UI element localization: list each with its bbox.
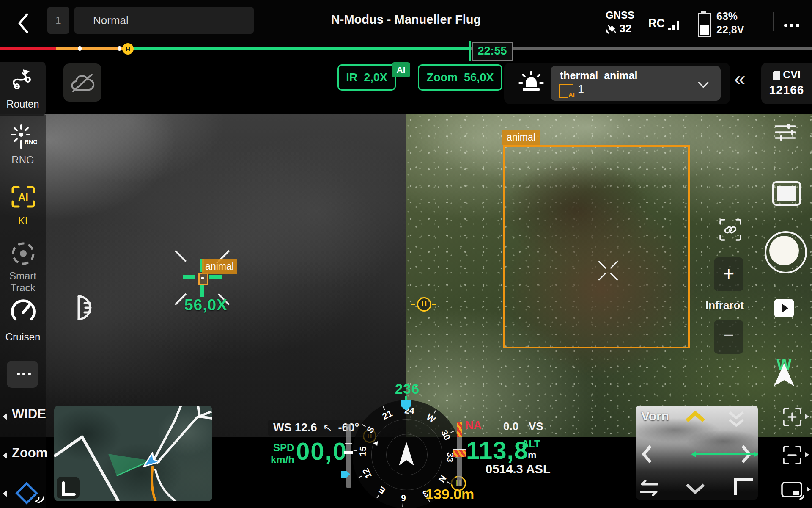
compass-point-21: 21 xyxy=(381,409,394,422)
cloud-off-button[interactable] xyxy=(63,64,102,102)
sidebar-label-cruisen: Cruisen xyxy=(0,331,46,343)
pan-left-chevron-icon[interactable] xyxy=(641,444,653,464)
minimap[interactable] xyxy=(54,406,212,501)
zoom-select-triangle-icon xyxy=(3,452,7,459)
pan-line-tick xyxy=(716,452,716,456)
cruise-speedometer-icon xyxy=(10,298,36,324)
altitude-unit: m xyxy=(528,450,536,461)
detection-model-name: thermal_animal xyxy=(560,69,637,82)
spotlight-icon[interactable] xyxy=(66,293,98,323)
tracking-crosshair-left xyxy=(183,275,195,279)
topbar-divider xyxy=(773,12,774,31)
collapse-panel-chevrons[interactable]: « xyxy=(734,67,746,90)
vs-label: VS xyxy=(529,420,543,433)
compass-point-30: 30 xyxy=(439,428,453,442)
rgb-detection-label: animal xyxy=(502,130,540,145)
fpv-preview-panel[interactable]: Vorn xyxy=(636,406,758,500)
north-arrow-icon[interactable] xyxy=(772,362,796,387)
spd-unit: km/h xyxy=(271,454,294,466)
sound-arc-icon xyxy=(34,492,45,503)
wind-direction-arrow-icon: ↖ xyxy=(322,421,333,435)
rng-icon-text: RNG xyxy=(25,138,37,145)
home-distance-value: 139.0m xyxy=(425,486,474,502)
satellite-icon xyxy=(606,24,617,35)
gimbal-up-chevron-icon[interactable] xyxy=(685,411,705,422)
altitude-marker-stripes xyxy=(453,449,466,457)
animal-bounding-box[interactable] xyxy=(503,145,690,348)
zoom-level-button[interactable]: Zoom 56,0X xyxy=(418,64,502,91)
thermal-detection-label: animal xyxy=(202,259,237,274)
chevron-down-icon xyxy=(698,77,708,88)
timeline-waypoint-dot xyxy=(78,46,82,51)
corner-frame-icon[interactable] xyxy=(734,478,753,495)
timeline-gray-segment xyxy=(471,47,812,50)
sidebar-item-rng[interactable]: RNG RNG xyxy=(0,124,46,170)
tracking-crosshair-right xyxy=(209,275,222,279)
smart-track-label-1: Smart xyxy=(9,270,36,282)
ai-brackets-text: AI xyxy=(568,91,575,98)
gnss-status[interactable]: GNSS 32 xyxy=(606,9,634,35)
zoom-in-button[interactable]: + xyxy=(714,257,743,291)
compass-point-15: 15 xyxy=(357,446,368,456)
fpv-title: Vorn xyxy=(641,409,669,423)
shutter-button[interactable] xyxy=(765,231,807,273)
asl-value: 0514.3 ASL xyxy=(486,462,551,476)
ir-zoom-button[interactable]: IR 2,0X xyxy=(337,64,396,91)
compass-tick xyxy=(354,450,357,451)
battery-percent: 63% xyxy=(716,10,738,22)
collapse-minus-brackets-icon[interactable] xyxy=(782,445,802,465)
ir-ai-badge: AI xyxy=(392,62,410,77)
routen-label: Routen xyxy=(0,98,46,110)
camera-mode-wide[interactable]: WIDE xyxy=(12,406,46,422)
flight-mode-title: N-Modus - Manueller Flug xyxy=(331,13,481,27)
picture-in-picture-icon[interactable] xyxy=(781,480,804,503)
timeline-green-segment xyxy=(128,47,471,50)
rc-signal-status[interactable]: RC xyxy=(648,17,679,30)
camera-mode-zoom[interactable]: Zoom xyxy=(12,445,47,461)
sidebar-item-smart-track[interactable]: Smart Track xyxy=(0,240,46,295)
altitude-value: 113,8 xyxy=(466,436,528,464)
ai-brackets-yellow-icon: AI xyxy=(11,185,36,208)
playback-button[interactable] xyxy=(774,299,794,318)
siren-alert-icon[interactable] xyxy=(518,70,545,97)
remaining-time-badge: 22:55 xyxy=(472,42,513,61)
compass-tick xyxy=(376,495,379,499)
camera-settings-sliders-icon[interactable] xyxy=(775,123,796,141)
timeline-playhead[interactable] xyxy=(469,41,471,61)
battery-status[interactable]: 63% 22,8V xyxy=(698,10,711,35)
compass-tick xyxy=(433,410,436,414)
home-point-marker: H xyxy=(417,297,431,312)
expand-plus-brackets-icon[interactable] xyxy=(782,407,802,427)
rng-rangefinder-icon: RNG xyxy=(10,124,37,150)
swap-view-icon[interactable] xyxy=(640,480,658,496)
more-menu-ellipsis-icon[interactable] xyxy=(782,21,799,29)
timeline-home-marker[interactable]: H xyxy=(122,43,134,55)
cvi-status-box[interactable]: CVI 12166 xyxy=(761,63,812,104)
zoom-out-button[interactable]: − xyxy=(714,320,743,354)
route-icon xyxy=(11,68,35,91)
altitude-limit-stripes xyxy=(457,422,462,437)
timeline-waypoint-dot xyxy=(118,46,121,51)
speed-slider-track[interactable] xyxy=(346,424,351,488)
sidebar-more-ellipsis-button[interactable] xyxy=(7,361,38,388)
link-track-brackets-icon[interactable] xyxy=(719,218,742,241)
double-chevron-down-icon[interactable] xyxy=(727,410,745,428)
wind-speed: WS 12.6 xyxy=(273,421,317,434)
routen-button[interactable]: Routen xyxy=(0,62,46,116)
aircraft-arrow-icon xyxy=(398,441,415,467)
sd-card-icon xyxy=(773,71,780,80)
infrared-label: Infrarot xyxy=(705,299,744,312)
detection-model-dropdown[interactable]: thermal_animal AI 1 xyxy=(551,66,721,101)
gnss-count: 32 xyxy=(619,22,631,35)
sidebar-item-ki[interactable]: AI KI xyxy=(0,185,46,232)
compass-point-W: W xyxy=(425,411,437,425)
sidebar-item-cruisen[interactable]: Cruisen xyxy=(0,297,46,346)
page-number-box[interactable]: 1 xyxy=(47,7,69,34)
mode-selector[interactable]: Normal xyxy=(74,7,254,34)
back-chevron-icon[interactable] xyxy=(16,12,30,35)
screen-display-icon[interactable] xyxy=(772,181,801,206)
smart-track-label-2: Track xyxy=(10,282,35,293)
expand-arrow-icon xyxy=(805,414,809,419)
gimbal-down-chevron-icon[interactable] xyxy=(685,483,705,494)
cvi-value: 12166 xyxy=(761,83,812,97)
